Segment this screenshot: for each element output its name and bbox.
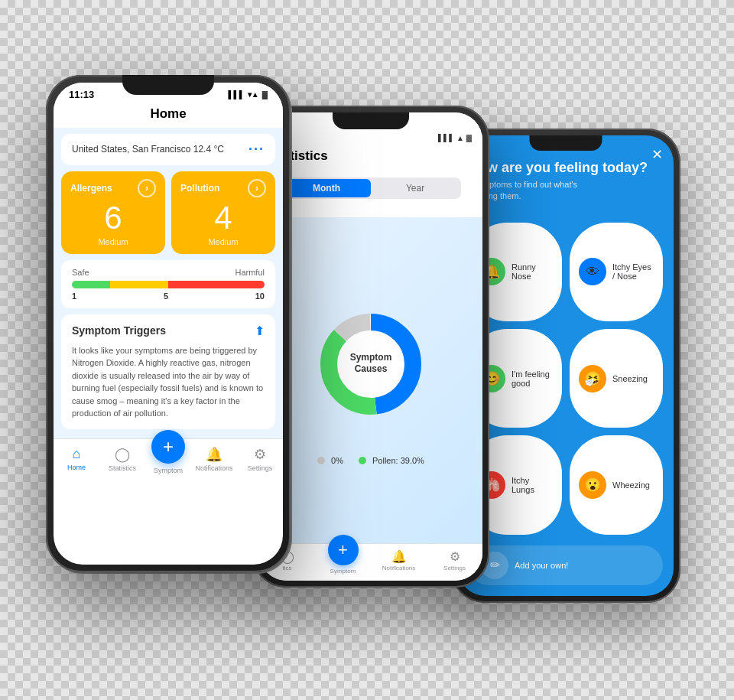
- gauge-mid: 5: [164, 291, 168, 301]
- legend-other-label: 0%: [331, 456, 343, 465]
- page-title: Home: [54, 102, 283, 128]
- pollution-arrow: ›: [248, 179, 266, 197]
- tab-switcher: Month Year: [281, 177, 461, 199]
- front-screen: 11:13 ▌▌▌ ▾▲ ▓ Home United States, San F…: [54, 83, 283, 565]
- home-icon: ⌂: [73, 446, 81, 462]
- nav-notifications[interactable]: 🔔 Notifications: [191, 446, 237, 472]
- runny-nose-label: Runny Nose: [512, 262, 553, 281]
- nav-symptom[interactable]: + Symptom: [145, 444, 191, 474]
- tab-month[interactable]: Month: [282, 179, 371, 197]
- location-text: United States, San Francisco 12.4 °C: [72, 144, 224, 155]
- legend-dot-other: [317, 457, 325, 464]
- mid-plus-button[interactable]: +: [328, 535, 359, 565]
- wheezing-icon: 😮: [579, 471, 606, 499]
- pollution-label: Pollution: [180, 183, 219, 194]
- allergens-value: 6: [70, 202, 156, 234]
- nav-statistics[interactable]: ◯ Statistics: [99, 446, 145, 472]
- gauge-max: 10: [255, 291, 265, 301]
- location-card: United States, San Francisco 12.4 °C ···: [61, 134, 275, 165]
- tab-year[interactable]: Year: [371, 179, 460, 197]
- symptoms-grid: 🔔 Runny Nose 👁 Itchy Eyes / Nose 😊 I'm f…: [458, 212, 674, 545]
- nav-statistics-label: Statistics: [109, 464, 136, 472]
- mid-screen: ▌▌▌ ▲ ▓ Statistics Month Year: [259, 112, 482, 581]
- gauge-min: 1: [72, 291, 76, 301]
- feeling-title: How are you feeling today?: [469, 160, 663, 177]
- mid-nav-settings-label: Settings: [443, 565, 466, 571]
- legend-other: 0%: [317, 456, 343, 465]
- gauge-card: Safe Harmful 1 5 10: [61, 260, 275, 308]
- mid-settings-icon: ⚙: [450, 549, 460, 564]
- symptom-sneezing[interactable]: 🤧 Sneezing: [570, 329, 663, 428]
- nav-notifications-label: Notifications: [195, 464, 232, 472]
- metric-cards-row: Allergens › 6 Medium Pollution › 4 Mediu…: [61, 171, 275, 254]
- pollution-card[interactable]: Pollution › 4 Medium: [171, 171, 275, 254]
- legend-pollen-label: Pollen: 39.0%: [372, 456, 424, 465]
- sneezing-icon: 🤧: [579, 365, 606, 392]
- symptom-plus-button[interactable]: +: [151, 430, 185, 464]
- itchy-eyes-label: Itchy Eyes / Nose: [612, 262, 654, 281]
- home-content: United States, San Francisco 12.4 °C ···…: [54, 128, 283, 438]
- wifi-icon: ▾▲: [248, 90, 259, 99]
- triggers-card: Symptom Triggers ⬆ It looks like your sy…: [61, 314, 275, 429]
- add-own-button[interactable]: ✏ Add your own!: [469, 545, 663, 585]
- legend-pollen: Pollen: 39.0%: [359, 456, 424, 465]
- back-notch: [530, 135, 602, 151]
- pollution-sublabel: Medium: [180, 237, 266, 246]
- nav-settings[interactable]: ⚙ Settings: [237, 446, 283, 472]
- wheezing-label: Wheezing: [612, 480, 650, 490]
- chart-area: Symptom Causes 0% Pollen: 39.0%: [259, 217, 482, 543]
- bottom-nav: ⌂ Home ◯ Statistics + Symptom 🔔 Notifica…: [54, 438, 283, 483]
- settings-icon: ⚙: [254, 446, 266, 463]
- notch: [122, 75, 214, 95]
- gauge-bar: [72, 281, 265, 288]
- feeling-good-label: I'm feeling good: [512, 370, 553, 388]
- close-button[interactable]: ✕: [651, 146, 663, 163]
- add-own-label: Add your own!: [515, 561, 568, 570]
- gauge-safe-label: Safe: [72, 268, 89, 277]
- mid-nav-settings[interactable]: ⚙ Settings: [427, 549, 482, 571]
- mid-bell-icon: 🔔: [391, 549, 407, 564]
- dots-menu[interactable]: ···: [248, 142, 265, 158]
- stats-title: Statistics: [270, 145, 472, 171]
- nav-symptom-label: Symptom: [154, 467, 183, 474]
- mid-notch: [333, 112, 409, 129]
- allergens-sublabel: Medium: [70, 237, 156, 246]
- symptom-itchy-eyes[interactable]: 👁 Itchy Eyes / Nose: [570, 223, 663, 321]
- itchy-lungs-label: Itchy Lungs: [512, 476, 553, 494]
- mid-nav-symptom[interactable]: + Symptom: [315, 547, 371, 575]
- pollution-value: 4: [180, 202, 266, 234]
- itchy-eyes-icon: 👁: [579, 258, 606, 285]
- allergens-card[interactable]: Allergens › 6 Medium: [61, 171, 165, 254]
- gauge-harmful-label: Harmful: [235, 268, 265, 277]
- triggers-title: Symptom Triggers: [72, 324, 166, 337]
- bell-icon: 🔔: [206, 446, 222, 463]
- phone-front: 11:13 ▌▌▌ ▾▲ ▓ Home United States, San F…: [46, 75, 291, 572]
- mid-nav-notifications-label: Notifications: [382, 565, 416, 571]
- nav-home[interactable]: ⌂ Home: [54, 446, 99, 471]
- back-screen: ✕ How are you feeling today? r symptoms …: [458, 135, 674, 596]
- mid-nav-symptom-label: Symptom: [330, 568, 356, 575]
- mid-nav-notifications[interactable]: 🔔 Notifications: [371, 549, 427, 571]
- signal-icon: ▌▌▌: [229, 90, 245, 99]
- sneezing-label: Sneezing: [612, 374, 648, 383]
- mid-nav-stats-label: tics: [283, 565, 292, 571]
- allergens-arrow: ›: [138, 179, 156, 197]
- mid-bottom-nav: ◯ tics + Symptom 🔔 Notifications ⚙ Setti…: [259, 543, 482, 581]
- chart-legend: 0% Pollen: 39.0%: [317, 456, 424, 465]
- battery-icon: ▓: [262, 90, 268, 99]
- allergens-label: Allergens: [70, 183, 112, 194]
- phones-container: 11:13 ▌▌▌ ▾▲ ▓ Home United States, San F…: [23, 14, 711, 687]
- share-icon[interactable]: ⬆: [255, 324, 265, 338]
- legend-dot-pollen: [359, 457, 366, 464]
- status-icons: ▌▌▌ ▾▲ ▓: [229, 90, 268, 99]
- mid-signal: ▌▌▌ ▲ ▓: [438, 134, 472, 142]
- feeling-subtitle: r symptoms to find out what's causing th…: [469, 179, 663, 203]
- symptom-wheezing[interactable]: 😮 Wheezing: [570, 435, 663, 534]
- triggers-text: It looks like your symptoms are being tr…: [72, 344, 265, 420]
- donut-center-text: Symptom Causes: [350, 352, 392, 376]
- nav-settings-label: Settings: [248, 464, 273, 472]
- donut-chart: Symptom Causes: [302, 295, 440, 433]
- status-time: 11:13: [69, 89, 94, 100]
- stats-icon: ◯: [115, 446, 130, 463]
- nav-home-label: Home: [67, 464, 86, 471]
